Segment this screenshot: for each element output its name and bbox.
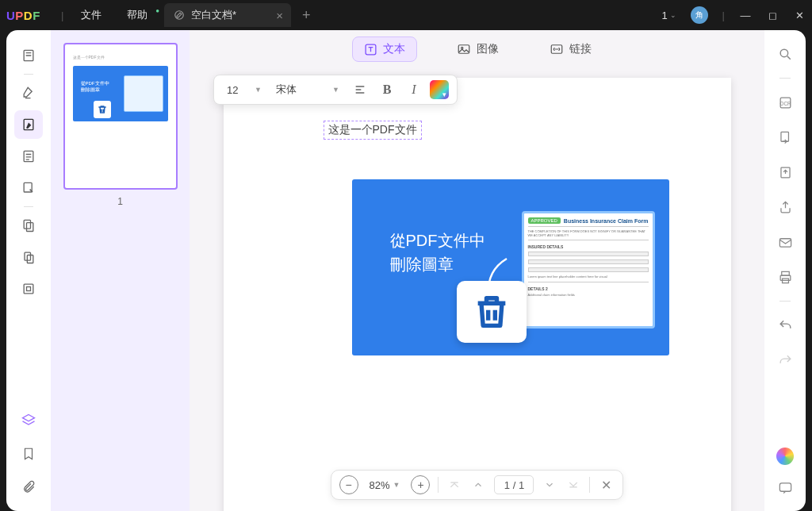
close-button[interactable]: ✕	[793, 10, 806, 21]
search-button[interactable]	[772, 41, 798, 67]
menu-help[interactable]: 帮助	[114, 5, 160, 25]
font-size-select[interactable]: 12▼	[222, 84, 266, 96]
svg-rect-5	[24, 220, 30, 229]
svg-rect-10	[27, 287, 31, 291]
thumbnail-page-number: 1	[117, 196, 123, 207]
tool-compress[interactable]	[14, 275, 43, 303]
bold-button[interactable]: B	[376, 79, 398, 101]
chat-button[interactable]	[772, 474, 798, 500]
first-page-button[interactable]	[446, 479, 462, 490]
svg-rect-9	[24, 284, 33, 294]
text-icon	[364, 43, 377, 56]
image-caption: 從PDF文件中刪除圖章	[390, 229, 485, 276]
email-button[interactable]	[772, 229, 798, 255]
embedded-image[interactable]: 從PDF文件中刪除圖章 APPROVEDBusiness Insurance C…	[352, 179, 669, 355]
last-page-button[interactable]	[565, 479, 581, 490]
tab-title: 空白文档*	[191, 8, 236, 22]
mode-link-button[interactable]: 链接	[538, 37, 603, 61]
zoom-in-button[interactable]: +	[411, 475, 430, 494]
image-icon	[457, 42, 471, 56]
pencil-icon	[174, 10, 185, 21]
selected-text-box[interactable]: 这是一个PDF文件	[324, 121, 422, 140]
thumbnail-panel: 这是一个PDF文件 從PDF文件中刪除圖章 1	[51, 30, 190, 511]
tab-count[interactable]: 1⌄	[661, 10, 676, 21]
layers-button[interactable]	[14, 406, 43, 435]
page-number-input[interactable]: 1 / 1	[494, 475, 534, 494]
svg-text:OCR: OCR	[779, 100, 791, 106]
document-tab[interactable]: 空白文档* ×	[164, 3, 291, 27]
minimize-button[interactable]: —	[739, 10, 752, 21]
avatar[interactable]: 角	[691, 6, 708, 24]
new-tab-button[interactable]: +	[296, 7, 317, 24]
svg-rect-20	[779, 238, 791, 246]
next-page-button[interactable]	[542, 479, 557, 490]
attachment-button[interactable]	[14, 473, 43, 501]
edit-mode-toolbar: 文本 图像 链接	[190, 30, 764, 68]
mode-text-button[interactable]: 文本	[352, 36, 417, 62]
tool-reader[interactable]	[14, 41, 43, 70]
tool-organize[interactable]	[14, 211, 43, 240]
trash-card	[457, 281, 527, 343]
tool-form[interactable]	[14, 142, 43, 171]
zoom-out-button[interactable]: −	[339, 475, 358, 494]
tool-edit[interactable]	[14, 110, 43, 139]
prev-page-button[interactable]	[470, 479, 486, 490]
tool-page-edit[interactable]	[14, 174, 43, 202]
italic-button[interactable]: I	[403, 79, 425, 101]
page-canvas[interactable]: 这是一个PDF文件 從PDF文件中刪除圖章 APPROVEDBusiness I…	[190, 68, 764, 511]
titlebar: UPDF | 文件 帮助 ● 空白文档* × + 1⌄ 角 | — ◻ ✕	[0, 0, 812, 30]
align-button[interactable]	[349, 79, 371, 101]
ocr-button[interactable]: OCR	[772, 90, 798, 115]
zoom-level[interactable]: 82%▼	[366, 479, 404, 491]
svg-rect-12	[458, 45, 469, 54]
app-logo: UPDF	[6, 9, 40, 22]
menu-file[interactable]: 文件	[68, 5, 114, 25]
canvas-area: 文本 图像 链接 12▼ 宋体▼ B I ▾ 这是一个PDF文件	[190, 30, 764, 511]
left-toolbar	[6, 30, 51, 511]
form-mockup: APPROVEDBusiness Insurance Claim Form TH…	[522, 211, 655, 328]
bookmark-button[interactable]	[14, 440, 43, 468]
print-button[interactable]	[772, 264, 798, 290]
bottom-navigation-bar: − 82%▼ + 1 / 1 ✕	[331, 470, 624, 500]
page-thumbnail[interactable]: 这是一个PDF文件 從PDF文件中刪除圖章	[63, 43, 178, 190]
svg-rect-6	[27, 223, 33, 232]
trash-icon	[471, 291, 512, 332]
convert-button[interactable]	[772, 125, 798, 150]
thumb-text-preview: 这是一个PDF文件	[73, 56, 168, 60]
undo-button[interactable]	[772, 313, 798, 338]
text-format-bar: 12▼ 宋体▼ B I ▾	[213, 75, 458, 105]
link-icon	[550, 42, 564, 56]
redo-button[interactable]	[772, 348, 798, 373]
page[interactable]: 这是一个PDF文件 從PDF文件中刪除圖章 APPROVEDBusiness I…	[224, 78, 731, 511]
svg-point-15	[780, 49, 788, 56]
save-button[interactable]	[772, 159, 798, 185]
svg-rect-24	[779, 482, 791, 490]
tool-crop[interactable]	[14, 243, 43, 271]
tool-highlight[interactable]	[14, 79, 43, 107]
close-nav-button[interactable]: ✕	[598, 478, 615, 493]
maximize-button[interactable]: ◻	[766, 10, 779, 21]
svg-rect-21	[781, 271, 789, 275]
mode-image-button[interactable]: 图像	[446, 37, 510, 61]
main-frame: 这是一个PDF文件 從PDF文件中刪除圖章 1 文本 图像 链接	[6, 30, 806, 511]
tab-close-icon[interactable]: ×	[276, 9, 283, 22]
share-button[interactable]	[772, 194, 798, 220]
right-toolbar: OCR	[764, 30, 806, 511]
text-color-button[interactable]: ▾	[430, 80, 449, 99]
font-family-select[interactable]: 宋体▼	[271, 83, 344, 97]
theme-color-button[interactable]	[776, 448, 794, 465]
